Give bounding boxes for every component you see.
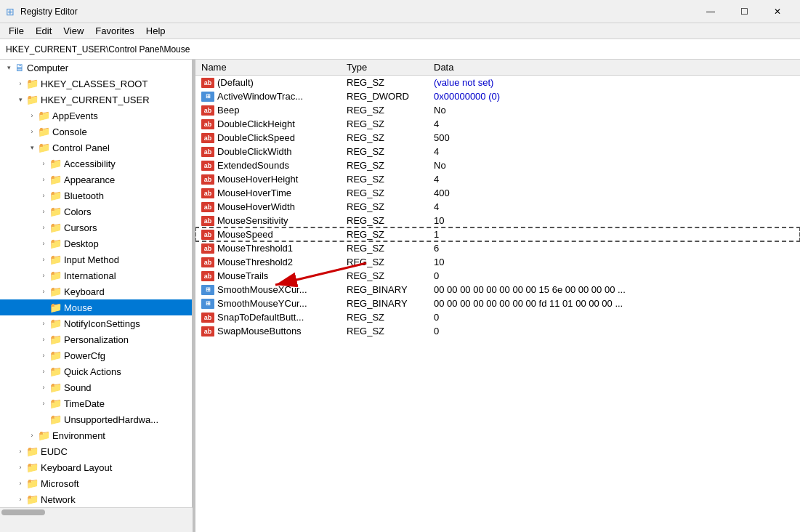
tree-item-hkcr[interactable]: ›📁HKEY_CLASSES_ROOT — [0, 76, 192, 92]
tree-panel[interactable]: ▾🖥Computer›📁HKEY_CLASSES_ROOT▾📁HKEY_CURR… — [0, 60, 193, 507]
tree-item-console[interactable]: ›📁Console — [0, 124, 192, 140]
cell-type: REG_SZ — [341, 269, 428, 283]
expand-arrow[interactable]: › — [15, 448, 26, 455]
tree-item-international[interactable]: ›📁International — [0, 267, 192, 283]
scrollbar-thumb[interactable] — [1, 509, 45, 515]
tree-item-mouse[interactable]: 📁Mouse — [0, 299, 192, 315]
expand-arrow[interactable]: › — [15, 464, 26, 471]
table-row[interactable]: ab DoubleClickWidth REG_SZ 4 — [195, 145, 800, 158]
tree-item-notifyicon[interactable]: ›📁NotifyIconSettings — [0, 315, 192, 331]
table-row[interactable]: ab MouseTrails REG_SZ 0 — [195, 269, 800, 283]
cell-data: 4 — [428, 172, 800, 186]
expand-arrow[interactable]: › — [38, 272, 49, 279]
cell-name: ⊞ SmoothMouseYCur... — [195, 297, 341, 310]
table-row[interactable]: ab SwapMouseButtons REG_SZ 0 — [195, 324, 800, 338]
table-row[interactable]: ab SnapToDefaultButt... REG_SZ 0 — [195, 310, 800, 324]
expand-arrow[interactable]: › — [38, 352, 49, 359]
expand-arrow[interactable]: › — [15, 480, 26, 487]
expand-arrow[interactable]: › — [26, 128, 38, 135]
tree-item-unsupportedhardwa[interactable]: 📁UnsupportedHardwa... — [0, 411, 192, 427]
expand-arrow[interactable]: ▾ — [3, 64, 15, 71]
minimize-button[interactable]: — — [694, 0, 727, 23]
tree-item-desktop[interactable]: ›📁Desktop — [0, 235, 192, 251]
expand-arrow[interactable]: ▾ — [15, 96, 26, 103]
tree-item-cursors[interactable]: ›📁Cursors — [0, 219, 192, 235]
expand-arrow[interactable]: › — [38, 192, 49, 199]
table-row[interactable]: ⊞ ActiveWindowTrac... REG_DWORD 0x000000… — [195, 89, 800, 103]
table-row[interactable]: ab MouseHoverTime REG_SZ 400 — [195, 186, 800, 200]
tree-item-hkcu[interactable]: ▾📁HKEY_CURRENT_USER — [0, 92, 192, 108]
expand-arrow[interactable]: › — [38, 384, 49, 391]
table-row[interactable]: ab DoubleClickSpeed REG_SZ 500 — [195, 131, 800, 145]
menu-view[interactable]: View — [57, 24, 89, 38]
folder-icon: 📁 — [26, 462, 39, 473]
entry-name: MouseSpeed — [217, 229, 273, 240]
table-row[interactable]: ab MouseSpeed REG_SZ 1 — [195, 227, 800, 241]
tree-item-appearance[interactable]: ›📁Appearance — [0, 172, 192, 188]
tree-scrollbar[interactable] — [0, 507, 193, 516]
col-name: Name — [195, 60, 341, 76]
expand-arrow[interactable]: › — [15, 80, 26, 87]
maximize-button[interactable]: ☐ — [727, 0, 761, 23]
cell-name: ab (Default) — [195, 76, 341, 90]
tree-item-timedate[interactable]: ›📁TimeDate — [0, 395, 192, 411]
tree-item-environment[interactable]: ›📁Environment — [0, 427, 192, 443]
expand-arrow[interactable]: › — [38, 224, 49, 231]
table-row[interactable]: ⊞ SmoothMouseXCur... REG_BINARY 00 00 00… — [195, 283, 800, 297]
menu-bar: File Edit View Favorites Help — [0, 23, 800, 39]
tree-item-label: Keyboard — [64, 286, 105, 297]
tree-item-microsoft[interactable]: ›📁Microsoft — [0, 475, 192, 491]
table-row[interactable]: ab Beep REG_SZ No — [195, 103, 800, 117]
expand-arrow[interactable]: › — [38, 160, 49, 167]
menu-edit[interactable]: Edit — [30, 24, 57, 38]
tree-item-bluetooth[interactable]: ›📁Bluetooth — [0, 188, 192, 203]
menu-favorites[interactable]: Favorites — [89, 24, 140, 38]
expand-arrow[interactable]: › — [38, 176, 49, 183]
folder-icon: 📁 — [26, 94, 39, 105]
table-row[interactable]: ⊞ SmoothMouseYCur... REG_BINARY 00 00 00… — [195, 297, 800, 310]
table-row[interactable]: ab MouseSensitivity REG_SZ 10 — [195, 214, 800, 227]
folder-icon: 📁 — [38, 110, 50, 121]
expand-arrow[interactable]: › — [38, 256, 49, 263]
expand-arrow[interactable]: › — [26, 432, 38, 439]
tree-item-eudc[interactable]: ›📁EUDC — [0, 443, 192, 459]
expand-arrow[interactable]: › — [38, 240, 49, 247]
table-row[interactable]: ab ExtendedSounds REG_SZ No — [195, 158, 800, 172]
cell-name: ab DoubleClickWidth — [195, 145, 341, 158]
tree-item-colors[interactable]: ›📁Colors — [0, 203, 192, 219]
close-button[interactable]: ✕ — [761, 0, 794, 23]
table-row[interactable]: ab MouseThreshold2 REG_SZ 10 — [195, 255, 800, 269]
reg-icon-ab: ab — [201, 216, 214, 226]
tree-item-powercfg[interactable]: ›📁PowerCfg — [0, 347, 192, 363]
tree-item-appevents[interactable]: ›📁AppEvents — [0, 108, 192, 124]
expand-arrow[interactable]: › — [38, 320, 49, 327]
tree-item-computer[interactable]: ▾🖥Computer — [0, 60, 192, 76]
menu-file[interactable]: File — [3, 24, 30, 38]
expand-arrow[interactable]: › — [26, 112, 38, 119]
tree-item-keyboard[interactable]: ›📁Keyboard — [0, 283, 192, 299]
cell-data: 6 — [428, 241, 800, 255]
expand-arrow[interactable]: ▾ — [26, 144, 38, 151]
folder-icon: 📁 — [49, 398, 62, 409]
tree-item-network[interactable]: ›📁Network — [0, 491, 192, 507]
tree-item-inputmethod[interactable]: ›📁Input Method — [0, 251, 192, 267]
table-row[interactable]: ab MouseHoverHeight REG_SZ 4 — [195, 172, 800, 186]
tree-item-quickactions[interactable]: ›📁Quick Actions — [0, 363, 192, 379]
table-row[interactable]: ab MouseThreshold1 REG_SZ 6 — [195, 241, 800, 255]
tree-item-personalization[interactable]: ›📁Personalization — [0, 331, 192, 347]
expand-arrow[interactable]: › — [38, 400, 49, 407]
tree-item-controlpanel[interactable]: ▾📁Control Panel — [0, 140, 192, 156]
tree-item-sound[interactable]: ›📁Sound — [0, 379, 192, 395]
menu-help[interactable]: Help — [140, 24, 171, 38]
expand-arrow[interactable]: › — [38, 288, 49, 295]
expand-arrow[interactable]: › — [38, 208, 49, 215]
expand-arrow[interactable]: › — [15, 496, 26, 503]
table-row[interactable]: ab DoubleClickHeight REG_SZ 4 — [195, 117, 800, 131]
tree-item-keyboardlayout[interactable]: ›📁Keyboard Layout — [0, 459, 192, 475]
expand-arrow[interactable]: › — [38, 336, 49, 343]
table-row[interactable]: ab MouseHoverWidth REG_SZ 4 — [195, 200, 800, 214]
tree-item-accessibility[interactable]: ›📁Accessibility — [0, 156, 192, 172]
cell-name: ab ExtendedSounds — [195, 158, 341, 172]
table-row[interactable]: ab (Default) REG_SZ (value not set) — [195, 76, 800, 90]
expand-arrow[interactable]: › — [38, 368, 49, 375]
